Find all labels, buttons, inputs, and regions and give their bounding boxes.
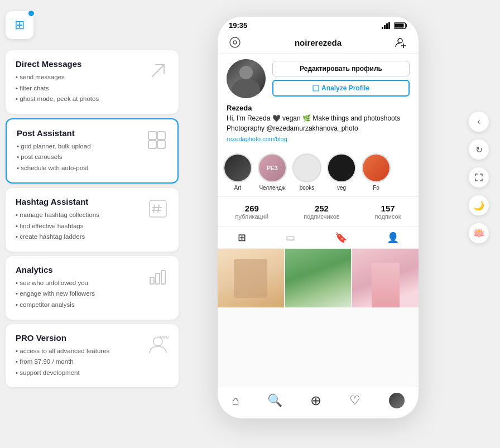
stat-following-label: подписок [375,213,401,220]
signal-icon [382,22,392,29]
phone-screen: 19:35 [218,17,419,418]
battery-icon [394,22,407,29]
direct-messages-card[interactable]: Direct Messages send messages filter cha… [6,50,179,114]
logo-plus-icon: ⊞ [15,18,25,32]
hashtag-icon [147,198,169,221]
lotus-button[interactable]: 🪷 [469,223,489,243]
highlight-art-circle [223,153,252,182]
post-assistant-card[interactable]: Post Assistant grid planner, bulk upload… [6,118,179,184]
pro-version-text: PRO Version access to all advanced featu… [16,333,109,379]
highlight-art-label: Art [234,185,242,191]
svg-rect-27 [313,85,319,91]
an-feature-2: engage with new followers [16,288,95,300]
highlights-row: Art РЕЗ Челлендж books [218,148,419,197]
profile-link[interactable]: rezedaphoto.com/blog [227,136,410,142]
heart-nav-icon[interactable]: ♡ [349,393,360,408]
expand-button[interactable] [469,167,489,187]
pro-feature-3: support development [16,368,109,379]
highlight-fo[interactable]: Fo [362,153,391,191]
refresh-icon: ↻ [475,144,483,155]
instagram-nav: noirerezeda [218,32,419,54]
stat-posts-number: 269 [235,204,268,213]
right-controls: ‹ ↻ 🌙 🪷 [469,112,489,243]
profile-actions: Редактировать профиль Analyze Profile [272,61,410,97]
home-nav-icon[interactable]: ⌂ [232,393,239,408]
an-feature-3: competitor analysis [16,300,95,311]
stat-following: 157 подписок [375,204,401,220]
stat-followers: 252 подписчиков [304,204,340,220]
ha-feature-2: find effective hashtags [16,221,99,232]
stat-following-number: 157 [375,204,401,213]
profile-avatar [227,59,266,98]
dm-feature-3: ghost mode, peek at photos [16,94,99,105]
back-button[interactable]: ‹ [469,112,489,132]
direct-messages-title: Direct Messages [16,59,99,69]
dm-feature-2: filter chats [16,83,99,94]
stats-row: 269 публикаций 252 подписчиков 157 подпи… [218,197,419,227]
highlight-fo-circle [362,153,391,182]
hashtag-assistant-card[interactable]: Hashtag Assistant manage hashtag collect… [6,188,179,252]
saved-tab-icon[interactable]: 🔖 [335,232,347,244]
ha-feature-1: manage hashtag collections [16,210,99,221]
search-nav-icon[interactable]: 🔍 [267,393,282,408]
stat-posts-label: публикаций [235,213,268,220]
edit-profile-button[interactable]: Редактировать профиль [272,61,410,76]
chevron-left-icon: ‹ [477,117,480,127]
highlight-challenge-label: Челлендж [259,185,285,191]
highlight-art[interactable]: Art [223,153,252,191]
status-time: 19:35 [229,21,247,30]
svg-rect-18 [388,22,390,29]
highlight-books-label: books [300,185,315,191]
left-panel: ⊞ Direct Messages send messages filter c… [6,11,179,435]
svg-rect-3 [148,141,156,148]
notification-badge [27,9,35,17]
analytics-text: Analytics see who unfollowed you engage … [16,265,95,311]
analyze-icon [312,85,319,91]
photo-cell-2[interactable] [285,249,352,307]
profile-bio: Hi, I'm Rezeda 🖤 vegan 🌿 Make things and… [227,113,410,133]
add-nav-icon[interactable]: ⊕ [310,393,321,408]
analyze-profile-label: Analyze Profile [321,84,369,92]
svg-rect-4 [157,141,165,148]
settings-icon[interactable] [229,36,241,49]
tagged-tab-icon[interactable]: 👤 [387,232,399,244]
refresh-button[interactable]: ↻ [469,139,489,160]
night-mode-button[interactable]: 🌙 [469,195,489,215]
pro-version-card[interactable]: PRO Version access to all advanced featu… [6,324,179,388]
profile-section: Редактировать профиль Analyze Profile Re… [218,54,419,148]
highlight-fo-label: Fo [373,185,379,191]
svg-line-6 [153,205,155,213]
phone-mockup: 19:35 [212,17,424,430]
highlight-books[interactable]: books [292,153,321,191]
pa-feature-2: post carousels [17,152,91,163]
profile-nav-avatar[interactable] [389,393,405,408]
photo-cell-3[interactable] [352,249,419,307]
list-tab-icon[interactable]: ▭ [286,232,295,244]
highlight-challenge[interactable]: РЕЗ Челлендж [258,153,287,191]
phone-frame: 19:35 [218,17,419,418]
svg-line-0 [152,65,164,77]
highlight-veg[interactable]: veg [327,153,356,191]
photo-cell-1[interactable] [218,249,284,307]
hashtag-assistant-text: Hashtag Assistant manage hashtag collect… [16,197,99,243]
status-bar: 19:35 [218,17,419,32]
photo-grid [218,249,419,307]
svg-rect-12 [161,271,165,284]
highlight-veg-label: veg [337,185,346,191]
stat-posts: 269 публикаций [235,204,268,220]
add-person-icon[interactable] [395,36,407,49]
status-icons [382,22,407,29]
dm-feature-1: send messages [16,72,99,83]
grid-tab-icon[interactable]: ⊞ [238,232,246,244]
svg-line-7 [158,205,159,213]
pro-version-title: PRO Version [16,333,109,343]
analytics-card[interactable]: Analytics see who unfollowed you engage … [6,256,179,320]
bio-line-2: Photography @rezedamurzakhanova_photo [227,124,358,132]
stat-followers-label: подписчиков [304,213,340,220]
app-logo[interactable]: ⊞ [6,11,33,39]
direct-messages-text: Direct Messages send messages filter cha… [16,59,99,105]
analyze-profile-button[interactable]: Analyze Profile [272,80,410,97]
svg-point-22 [230,37,240,47]
svg-rect-15 [382,27,383,29]
analytics-title: Analytics [16,265,95,274]
